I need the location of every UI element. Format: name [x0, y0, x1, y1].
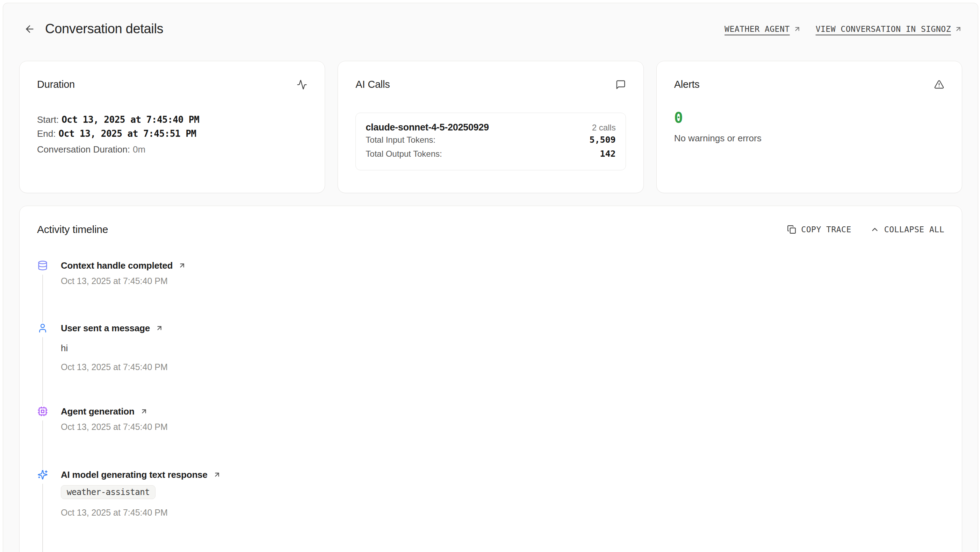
collapse-all-label: COLLAPSE ALL — [884, 225, 944, 234]
timeline-rail — [37, 322, 48, 406]
agent-badge: weather-assistant — [61, 485, 156, 499]
sparkles-icon — [37, 469, 48, 480]
timeline-entry-context-handle: Context handle completed Oct 13, 2025 at… — [37, 260, 944, 322]
output-tokens-row: Total Output Tokens: 142 — [366, 147, 616, 161]
output-tokens-value: 142 — [600, 147, 616, 161]
user-message-text: hi — [61, 343, 168, 354]
alerts-card-header: Alerts — [674, 79, 944, 90]
arrow-up-right-icon — [793, 25, 801, 33]
input-tokens-label: Total Input Tokens: — [366, 133, 436, 147]
start-value: Oct 13, 2025 at 7:45:40 PM — [62, 114, 199, 125]
entry-title: Context handle completed — [61, 260, 173, 271]
alert-triangle-icon — [934, 80, 944, 90]
entry-timestamp: Oct 13, 2025 at 7:45:40 PM — [61, 507, 221, 518]
conversation-duration-label: Conversation Duration: — [37, 144, 130, 155]
collapse-all-button[interactable]: COLLAPSE ALL — [870, 225, 944, 234]
main-pane: Conversation details WEATHER AGENT VIEW … — [3, 3, 978, 552]
entry-icon-node — [37, 406, 48, 417]
duration-card: Duration Start:Oct 13, 2025 at 7:45:40 P… — [19, 61, 325, 193]
entry-body: Agent generation Oct 13, 2025 at 7:45:40… — [61, 406, 168, 469]
entry-title-row[interactable]: Agent generation — [61, 406, 168, 417]
entry-icon-node — [37, 469, 48, 480]
timeline-connector-line — [42, 420, 43, 469]
alert-message: No warnings or errors — [674, 133, 944, 144]
activity-icon — [297, 80, 307, 90]
entry-body: User sent a message hi Oct 13, 2025 at 7… — [61, 322, 168, 406]
arrow-up-right-icon — [955, 25, 962, 33]
model-call-count: 2 calls — [592, 123, 616, 132]
chevron-up-icon — [870, 225, 879, 234]
entry-title: Agent generation — [61, 406, 135, 417]
timeline-entry-agent-generation: Agent generation Oct 13, 2025 at 7:45:40… — [37, 406, 944, 469]
arrow-left-icon — [24, 24, 35, 35]
timeline-connector-line — [42, 337, 43, 406]
input-tokens-row: Total Input Tokens: 5,509 — [366, 133, 616, 147]
arrow-up-right-icon — [213, 471, 221, 479]
entry-title-row[interactable]: Context handle completed — [61, 260, 186, 271]
ai-calls-card-header: AI Calls — [355, 79, 625, 90]
weather-agent-link[interactable]: WEATHER AGENT — [724, 24, 801, 34]
duration-card-header: Duration — [37, 79, 307, 90]
alerts-card-title: Alerts — [674, 79, 700, 90]
entry-title: User sent a message — [61, 323, 150, 334]
stat-cards-row: Duration Start:Oct 13, 2025 at 7:45:40 P… — [19, 61, 962, 193]
input-tokens-value: 5,509 — [589, 133, 616, 147]
entry-icon-node — [37, 260, 48, 271]
alerts-card: Alerts 0 No warnings or errors — [656, 61, 962, 193]
message-square-icon — [616, 80, 626, 90]
entry-timestamp: Oct 13, 2025 at 7:45:40 PM — [61, 422, 168, 432]
timeline-header: Activity timeline COPY TRACE COLLAPSE AL… — [37, 223, 944, 235]
cpu-icon — [37, 406, 48, 416]
entry-timestamp: Oct 13, 2025 at 7:45:40 PM — [61, 276, 186, 286]
conversation-duration-value: 0m — [133, 144, 145, 155]
timeline-actions: COPY TRACE COLLAPSE ALL — [787, 225, 944, 234]
timeline-rail — [37, 406, 48, 469]
end-label: End: — [37, 128, 56, 139]
database-icon — [37, 260, 48, 271]
timeline-entry-user-message: User sent a message hi Oct 13, 2025 at 7… — [37, 322, 944, 406]
page-header: Conversation details WEATHER AGENT VIEW … — [19, 21, 962, 37]
copy-trace-label: COPY TRACE — [801, 225, 851, 234]
timeline-connector-line — [42, 274, 43, 322]
conversation-duration-row: Conversation Duration:0m — [37, 144, 307, 155]
weather-agent-link-label: WEATHER AGENT — [724, 24, 790, 34]
ai-calls-card: AI Calls claude-sonnet-4-5-20250929 2 ca… — [337, 61, 643, 193]
page-content: Conversation details WEATHER AGENT VIEW … — [3, 21, 978, 552]
output-tokens-label: Total Output Tokens: — [366, 147, 442, 161]
start-row: Start:Oct 13, 2025 at 7:45:40 PM — [37, 113, 307, 127]
ai-calls-card-title: AI Calls — [355, 79, 390, 90]
end-value: Oct 13, 2025 at 7:45:51 PM — [59, 128, 196, 139]
activity-timeline-card: Activity timeline COPY TRACE COLLAPSE AL… — [19, 206, 962, 552]
timeline-connector-line — [42, 484, 43, 552]
arrow-up-right-icon — [178, 262, 186, 270]
arrow-up-right-icon — [156, 324, 163, 332]
entry-body: AI model generating text response weathe… — [61, 469, 221, 552]
timeline-entry-ai-text-response: AI model generating text response weathe… — [37, 469, 944, 552]
duration-card-title: Duration — [37, 79, 75, 90]
duration-rows: Start:Oct 13, 2025 at 7:45:40 PM End:Oct… — [37, 113, 307, 155]
user-icon — [37, 323, 48, 333]
entry-timestamp: Oct 13, 2025 at 7:45:40 PM — [61, 362, 168, 372]
page-title: Conversation details — [45, 21, 163, 37]
end-row: End:Oct 13, 2025 at 7:45:51 PM — [37, 127, 307, 140]
entry-body: Context handle completed Oct 13, 2025 at… — [61, 260, 186, 322]
header-links: WEATHER AGENT VIEW CONVERSATION IN SIGNO… — [724, 24, 962, 34]
entry-title-row[interactable]: AI model generating text response — [61, 469, 221, 480]
model-name: claude-sonnet-4-5-20250929 — [366, 122, 488, 133]
entry-title: AI model generating text response — [61, 469, 208, 480]
back-button[interactable] — [23, 22, 37, 36]
model-usage-box: claude-sonnet-4-5-20250929 2 calls Total… — [355, 113, 625, 170]
view-conversation-link-label: VIEW CONVERSATION IN SIGNOZ — [816, 24, 951, 34]
start-label: Start: — [37, 114, 59, 125]
timeline-entries: Context handle completed Oct 13, 2025 at… — [37, 260, 944, 552]
model-row: claude-sonnet-4-5-20250929 2 calls — [366, 122, 616, 133]
copy-trace-button[interactable]: COPY TRACE — [787, 225, 851, 234]
copy-icon — [787, 225, 796, 234]
entry-title-row[interactable]: User sent a message — [61, 322, 168, 334]
view-conversation-in-signoz-link[interactable]: VIEW CONVERSATION IN SIGNOZ — [816, 24, 962, 34]
timeline-rail — [37, 469, 48, 552]
alert-count: 0 — [674, 110, 944, 125]
timeline-rail — [37, 260, 48, 322]
entry-icon-node — [37, 322, 48, 334]
arrow-up-right-icon — [140, 408, 148, 415]
